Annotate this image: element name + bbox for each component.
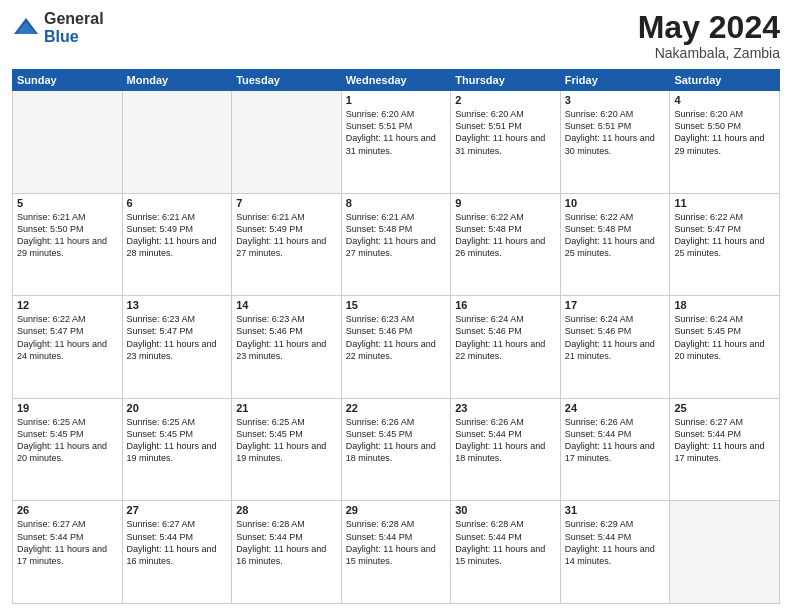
cell-info: Sunrise: 6:22 AM Sunset: 5:47 PM Dayligh… [674, 211, 775, 260]
cell-info: Sunrise: 6:22 AM Sunset: 5:47 PM Dayligh… [17, 313, 118, 362]
title-block: May 2024 Nakambala, Zambia [638, 10, 780, 61]
calendar-cell: 28Sunrise: 6:28 AM Sunset: 5:44 PM Dayli… [232, 501, 342, 604]
cell-info: Sunrise: 6:23 AM Sunset: 5:47 PM Dayligh… [127, 313, 228, 362]
col-thursday: Thursday [451, 70, 561, 91]
calendar-cell: 26Sunrise: 6:27 AM Sunset: 5:44 PM Dayli… [13, 501, 123, 604]
cell-info: Sunrise: 6:28 AM Sunset: 5:44 PM Dayligh… [236, 518, 337, 567]
cell-info: Sunrise: 6:24 AM Sunset: 5:46 PM Dayligh… [565, 313, 666, 362]
calendar-cell: 8Sunrise: 6:21 AM Sunset: 5:48 PM Daylig… [341, 193, 451, 296]
cell-info: Sunrise: 6:23 AM Sunset: 5:46 PM Dayligh… [236, 313, 337, 362]
cell-info: Sunrise: 6:27 AM Sunset: 5:44 PM Dayligh… [17, 518, 118, 567]
cell-info: Sunrise: 6:21 AM Sunset: 5:50 PM Dayligh… [17, 211, 118, 260]
day-number: 22 [346, 402, 447, 414]
col-friday: Friday [560, 70, 670, 91]
day-number: 17 [565, 299, 666, 311]
calendar-cell: 30Sunrise: 6:28 AM Sunset: 5:44 PM Dayli… [451, 501, 561, 604]
week-row-4: 19Sunrise: 6:25 AM Sunset: 5:45 PM Dayli… [13, 398, 780, 501]
day-number: 30 [455, 504, 556, 516]
calendar-cell: 27Sunrise: 6:27 AM Sunset: 5:44 PM Dayli… [122, 501, 232, 604]
cell-info: Sunrise: 6:20 AM Sunset: 5:51 PM Dayligh… [455, 108, 556, 157]
day-number: 21 [236, 402, 337, 414]
day-number: 4 [674, 94, 775, 106]
calendar-cell: 4Sunrise: 6:20 AM Sunset: 5:50 PM Daylig… [670, 91, 780, 194]
calendar-cell: 25Sunrise: 6:27 AM Sunset: 5:44 PM Dayli… [670, 398, 780, 501]
calendar-cell: 7Sunrise: 6:21 AM Sunset: 5:49 PM Daylig… [232, 193, 342, 296]
calendar-cell: 3Sunrise: 6:20 AM Sunset: 5:51 PM Daylig… [560, 91, 670, 194]
calendar-cell: 31Sunrise: 6:29 AM Sunset: 5:44 PM Dayli… [560, 501, 670, 604]
month-year: May 2024 [638, 10, 780, 45]
header-row: Sunday Monday Tuesday Wednesday Thursday… [13, 70, 780, 91]
cell-info: Sunrise: 6:26 AM Sunset: 5:44 PM Dayligh… [565, 416, 666, 465]
calendar-cell: 29Sunrise: 6:28 AM Sunset: 5:44 PM Dayli… [341, 501, 451, 604]
col-tuesday: Tuesday [232, 70, 342, 91]
calendar-cell: 21Sunrise: 6:25 AM Sunset: 5:45 PM Dayli… [232, 398, 342, 501]
day-number: 24 [565, 402, 666, 414]
col-monday: Monday [122, 70, 232, 91]
day-number: 27 [127, 504, 228, 516]
cell-info: Sunrise: 6:25 AM Sunset: 5:45 PM Dayligh… [236, 416, 337, 465]
logo-text: General Blue [44, 10, 104, 45]
calendar-cell: 13Sunrise: 6:23 AM Sunset: 5:47 PM Dayli… [122, 296, 232, 399]
day-number: 15 [346, 299, 447, 311]
calendar-cell [13, 91, 123, 194]
logo-general-text: General [44, 10, 104, 28]
logo-icon [12, 14, 40, 42]
calendar-cell: 5Sunrise: 6:21 AM Sunset: 5:50 PM Daylig… [13, 193, 123, 296]
day-number: 6 [127, 197, 228, 209]
calendar-cell: 6Sunrise: 6:21 AM Sunset: 5:49 PM Daylig… [122, 193, 232, 296]
calendar-cell [232, 91, 342, 194]
calendar-body: 1Sunrise: 6:20 AM Sunset: 5:51 PM Daylig… [13, 91, 780, 604]
calendar-cell: 11Sunrise: 6:22 AM Sunset: 5:47 PM Dayli… [670, 193, 780, 296]
calendar-cell: 22Sunrise: 6:26 AM Sunset: 5:45 PM Dayli… [341, 398, 451, 501]
calendar-cell: 15Sunrise: 6:23 AM Sunset: 5:46 PM Dayli… [341, 296, 451, 399]
calendar-cell: 9Sunrise: 6:22 AM Sunset: 5:48 PM Daylig… [451, 193, 561, 296]
cell-info: Sunrise: 6:20 AM Sunset: 5:51 PM Dayligh… [565, 108, 666, 157]
day-number: 26 [17, 504, 118, 516]
calendar-cell [122, 91, 232, 194]
day-number: 9 [455, 197, 556, 209]
calendar-cell: 18Sunrise: 6:24 AM Sunset: 5:45 PM Dayli… [670, 296, 780, 399]
week-row-5: 26Sunrise: 6:27 AM Sunset: 5:44 PM Dayli… [13, 501, 780, 604]
day-number: 7 [236, 197, 337, 209]
day-number: 28 [236, 504, 337, 516]
day-number: 31 [565, 504, 666, 516]
day-number: 25 [674, 402, 775, 414]
cell-info: Sunrise: 6:20 AM Sunset: 5:50 PM Dayligh… [674, 108, 775, 157]
page: General Blue May 2024 Nakambala, Zambia … [0, 0, 792, 612]
calendar-header: Sunday Monday Tuesday Wednesday Thursday… [13, 70, 780, 91]
calendar-cell: 12Sunrise: 6:22 AM Sunset: 5:47 PM Dayli… [13, 296, 123, 399]
calendar-cell: 24Sunrise: 6:26 AM Sunset: 5:44 PM Dayli… [560, 398, 670, 501]
day-number: 2 [455, 94, 556, 106]
location: Nakambala, Zambia [638, 45, 780, 61]
calendar-cell: 2Sunrise: 6:20 AM Sunset: 5:51 PM Daylig… [451, 91, 561, 194]
calendar-cell: 19Sunrise: 6:25 AM Sunset: 5:45 PM Dayli… [13, 398, 123, 501]
calendar-cell: 14Sunrise: 6:23 AM Sunset: 5:46 PM Dayli… [232, 296, 342, 399]
day-number: 23 [455, 402, 556, 414]
cell-info: Sunrise: 6:21 AM Sunset: 5:48 PM Dayligh… [346, 211, 447, 260]
calendar-cell: 10Sunrise: 6:22 AM Sunset: 5:48 PM Dayli… [560, 193, 670, 296]
week-row-1: 1Sunrise: 6:20 AM Sunset: 5:51 PM Daylig… [13, 91, 780, 194]
day-number: 1 [346, 94, 447, 106]
week-row-2: 5Sunrise: 6:21 AM Sunset: 5:50 PM Daylig… [13, 193, 780, 296]
cell-info: Sunrise: 6:26 AM Sunset: 5:45 PM Dayligh… [346, 416, 447, 465]
day-number: 19 [17, 402, 118, 414]
calendar-cell: 1Sunrise: 6:20 AM Sunset: 5:51 PM Daylig… [341, 91, 451, 194]
day-number: 14 [236, 299, 337, 311]
cell-info: Sunrise: 6:23 AM Sunset: 5:46 PM Dayligh… [346, 313, 447, 362]
col-sunday: Sunday [13, 70, 123, 91]
day-number: 11 [674, 197, 775, 209]
day-number: 18 [674, 299, 775, 311]
col-wednesday: Wednesday [341, 70, 451, 91]
cell-info: Sunrise: 6:24 AM Sunset: 5:45 PM Dayligh… [674, 313, 775, 362]
logo: General Blue [12, 10, 104, 45]
day-number: 10 [565, 197, 666, 209]
calendar-table: Sunday Monday Tuesday Wednesday Thursday… [12, 69, 780, 604]
cell-info: Sunrise: 6:29 AM Sunset: 5:44 PM Dayligh… [565, 518, 666, 567]
day-number: 29 [346, 504, 447, 516]
cell-info: Sunrise: 6:24 AM Sunset: 5:46 PM Dayligh… [455, 313, 556, 362]
cell-info: Sunrise: 6:28 AM Sunset: 5:44 PM Dayligh… [346, 518, 447, 567]
cell-info: Sunrise: 6:21 AM Sunset: 5:49 PM Dayligh… [236, 211, 337, 260]
day-number: 3 [565, 94, 666, 106]
day-number: 12 [17, 299, 118, 311]
col-saturday: Saturday [670, 70, 780, 91]
